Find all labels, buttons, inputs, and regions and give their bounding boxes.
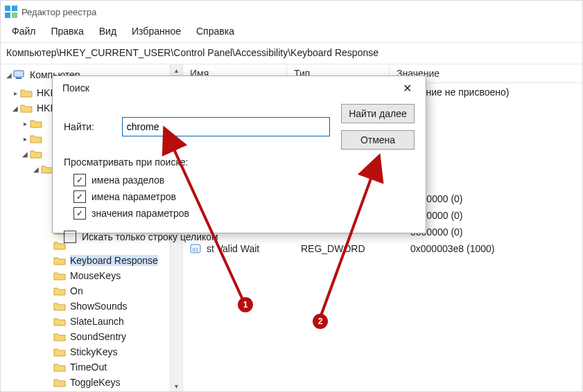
- expand-icon: ·: [44, 242, 53, 249]
- checkbox-icon[interactable]: ✓: [73, 174, 86, 186]
- tree-node[interactable]: ·SlateLaunch: [1, 314, 182, 329]
- dialog-title: Поиск: [62, 82, 89, 93]
- chk-data-row[interactable]: ✓ значения параметров: [64, 205, 415, 222]
- menu-view[interactable]: Вид: [92, 24, 123, 38]
- folder-icon: [53, 332, 66, 341]
- svg-rect-5: [16, 78, 21, 79]
- checkbox-icon[interactable]: [64, 231, 76, 243]
- expand-icon[interactable]: ◢: [5, 71, 13, 79]
- folder-icon: [30, 118, 42, 128]
- window-title: Редактор реестра: [21, 7, 96, 17]
- tree-node[interactable]: ·SoundSentry: [1, 329, 182, 344]
- svg-rect-4: [14, 71, 24, 77]
- expand-icon: ·: [44, 272, 53, 280]
- tree-label: StickyKeys: [70, 346, 117, 357]
- regedit-window: Редактор реестра Файл Правка Вид Избранн…: [0, 0, 583, 392]
- folder-icon: [53, 362, 66, 372]
- tree-node[interactable]: ·ShowSounds: [1, 299, 182, 314]
- menubar: Файл Правка Вид Избранное Справка: [1, 23, 582, 42]
- cell-value: 0000000 (0): [403, 226, 582, 238]
- menu-edit[interactable]: Правка: [44, 24, 90, 38]
- titlebar: Редактор реестра: [1, 1, 582, 23]
- folder-icon: [30, 149, 42, 159]
- chk-data-label: значения параметров: [92, 208, 189, 219]
- folder-icon: [53, 256, 66, 265]
- expand-icon[interactable]: ▸: [20, 120, 30, 127]
- cell-value: 0000000 (0): [403, 210, 582, 221]
- expand-icon: ·: [44, 364, 53, 371]
- folder-icon: [53, 317, 66, 326]
- tree-label: Keyboard Response: [70, 255, 158, 266]
- chk-values-label: имена параметров: [92, 191, 176, 202]
- expand-icon[interactable]: ◢: [20, 150, 30, 158]
- svg-rect-0: [5, 6, 10, 11]
- regedit-icon: [5, 6, 17, 18]
- tree-label: ToggleKeys: [70, 377, 120, 388]
- close-button[interactable]: ✕: [394, 79, 420, 97]
- expand-icon: ·: [44, 257, 53, 265]
- chk-keys-row[interactable]: ✓ имена разделов: [64, 172, 415, 188]
- menu-help[interactable]: Справка: [189, 24, 241, 38]
- dialog-titlebar: Поиск ✕: [53, 76, 426, 100]
- expand-icon: ·: [44, 333, 53, 341]
- folder-icon: [53, 286, 66, 296]
- cell-value: 0000000 (0): [403, 193, 582, 204]
- scroll-down-icon[interactable]: ▾: [171, 380, 182, 392]
- folder-icon: [20, 88, 33, 98]
- folder-icon: [20, 103, 33, 113]
- folder-icon: [30, 134, 42, 143]
- tree-label: SlateLaunch: [70, 316, 124, 327]
- chk-whole-row[interactable]: Искать только строку целиком: [64, 229, 415, 245]
- menu-file[interactable]: Файл: [5, 24, 42, 38]
- expand-icon: ·: [44, 287, 53, 295]
- folder-icon: [53, 301, 66, 311]
- tree-node[interactable]: ·Keyboard Response: [1, 253, 182, 268]
- tree-node[interactable]: ·ToggleKeys: [1, 375, 182, 390]
- menu-favorites[interactable]: Избранное: [125, 24, 188, 38]
- tree-node[interactable]: ·TimeOut: [1, 359, 182, 375]
- tree-node[interactable]: ·StickyKeys: [1, 344, 182, 359]
- checkbox-icon[interactable]: ✓: [73, 207, 86, 220]
- find-dialog: Поиск ✕ Найти: Найти далее Отмена Просма…: [52, 75, 426, 233]
- svg-rect-2: [5, 12, 10, 18]
- folder-icon: [53, 271, 66, 280]
- cell-value: 0x000003e8 (1000): [403, 243, 582, 254]
- tree-label: TimeOut: [70, 362, 107, 373]
- find-input[interactable]: [122, 117, 330, 136]
- tree-node[interactable]: ·MouseKeys: [1, 268, 182, 283]
- expand-icon: ·: [44, 379, 53, 386]
- lookat-group-label: Просматривать при поиске:: [64, 157, 415, 168]
- tree-label: On: [70, 285, 83, 296]
- chk-whole-label: Искать только строку целиком: [82, 231, 218, 242]
- tree-label: MouseKeys: [70, 270, 121, 281]
- cell-value: 0: [403, 107, 582, 118]
- address-bar[interactable]: Компьютер\HKEY_CURRENT_USER\Control Pane…: [1, 43, 582, 64]
- expand-icon[interactable]: ▸: [10, 89, 20, 97]
- expand-icon[interactable]: ◢: [10, 105, 20, 112]
- folder-icon: [53, 347, 66, 357]
- expand-icon[interactable]: ▸: [20, 135, 30, 143]
- tree-label: ShowSounds: [70, 301, 128, 312]
- close-icon: ✕: [403, 82, 412, 95]
- chk-keys-label: имена разделов: [92, 175, 164, 186]
- scroll-up-icon[interactable]: ▴: [171, 64, 182, 76]
- checkbox-icon[interactable]: ✓: [73, 190, 86, 203]
- computer-icon: [13, 70, 26, 80]
- folder-icon: [53, 377, 66, 387]
- expand-icon: ·: [44, 318, 53, 326]
- cell-value: ачение не присвоено): [403, 87, 582, 98]
- svg-rect-3: [12, 12, 17, 18]
- tree-label: SoundSentry: [70, 331, 126, 342]
- tree-node[interactable]: ·On: [1, 283, 182, 299]
- find-next-button[interactable]: Найти далее: [341, 104, 415, 123]
- svg-rect-1: [12, 6, 17, 11]
- expand-icon[interactable]: ◢: [31, 166, 41, 173]
- chk-values-row[interactable]: ✓ имена параметров: [64, 188, 415, 205]
- find-label: Найти:: [64, 121, 122, 132]
- expand-icon: ·: [44, 348, 53, 356]
- cancel-button[interactable]: Отмена: [341, 130, 415, 150]
- expand-icon: ·: [44, 303, 53, 310]
